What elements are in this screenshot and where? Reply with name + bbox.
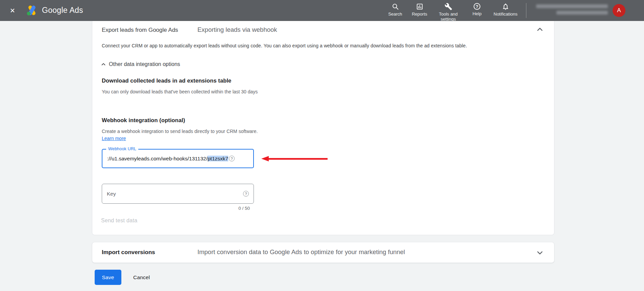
import-conversions-card[interactable]: Import conversions Import conversion dat… [92, 242, 554, 263]
wrench-icon [445, 3, 452, 10]
collapse-card-button[interactable] [535, 25, 545, 34]
chevron-up-icon [100, 61, 106, 67]
card-description: Connect your CRM or app to automatically… [102, 43, 467, 48]
cancel-button[interactable]: Cancel [128, 270, 154, 285]
webhook-url-field[interactable]: Webhook URL ://u1.savemyleads.com/web-ho… [102, 149, 254, 168]
webhook-heading: Webhook integration (optional) [102, 117, 185, 124]
nav-search[interactable]: Search [387, 3, 403, 22]
nav-notifications[interactable]: Notifications [494, 3, 518, 22]
reports-icon [416, 3, 424, 10]
nav-search-label: Search [388, 12, 402, 17]
brand-title: Google Ads [42, 6, 83, 15]
card-subtitle: Exporting leads via webhook [197, 26, 277, 33]
help-icon: ? [474, 3, 480, 10]
key-char-counter: 0 / 50 [102, 206, 254, 211]
top-bar: ✕ Google Ads Search [0, 0, 644, 21]
search-icon [391, 3, 399, 10]
nav-help-label: Help [473, 11, 482, 16]
nav-reports-label: Reports [412, 12, 427, 17]
close-icon: ✕ [10, 7, 15, 15]
brand: Google Ads [26, 4, 83, 17]
import-conversions-description: Import conversion data to Google Ads to … [197, 248, 405, 256]
webhook-url-value: ://u1.savemyleads.com/web-hooks/131132/p… [107, 156, 228, 162]
bell-icon [502, 3, 509, 10]
webhook-url-label: Webhook URL [106, 147, 138, 151]
red-annotation-arrow [261, 156, 328, 162]
avatar[interactable]: A [613, 4, 625, 17]
page: ✕ Google Ads Search [0, 0, 644, 291]
webhook-url-selected-text: pt1zsxk7 [208, 156, 228, 161]
close-button[interactable]: ✕ [7, 5, 18, 16]
export-leads-card: Export leads from Google Ads Exporting l… [92, 21, 554, 235]
nav-tools-and-settings[interactable]: Tools and settings [436, 3, 460, 22]
webhook-description: Create a webhook integration to send lea… [102, 128, 265, 142]
nav-notifications-label: Notifications [494, 12, 518, 17]
account-info-redacted [531, 4, 608, 15]
expand-import-conversions-button[interactable] [535, 248, 545, 258]
other-data-options-toggle[interactable]: Other data integration options [100, 61, 180, 67]
redacted-line [536, 4, 608, 8]
webhook-url-prefix: ://u1.savemyleads.com/web-hooks/131132/ [107, 156, 208, 161]
key-input[interactable] [107, 191, 242, 197]
nav-reports[interactable]: Reports [412, 3, 427, 22]
google-ads-logo-icon [26, 4, 38, 17]
topbar-divider [526, 3, 526, 18]
nav-help[interactable]: ? Help [469, 3, 485, 22]
other-data-options-label: Other data integration options [109, 61, 180, 67]
key-field: ? [102, 184, 254, 204]
avatar-letter: A [617, 7, 621, 14]
arrow-head [261, 156, 269, 161]
chevron-up-icon [535, 25, 545, 34]
webhook-description-text: Create a webhook integration to send lea… [102, 129, 258, 134]
save-button[interactable]: Save [95, 270, 121, 285]
redacted-line [556, 11, 608, 15]
learn-more-link[interactable]: Learn more [102, 136, 126, 141]
import-conversions-title: Import conversions [102, 249, 155, 256]
top-nav: Search Reports Tools and settings ? Help [387, 3, 518, 22]
key-help-icon[interactable]: ? [243, 191, 249, 197]
download-leads-note: You can only download leads that've been… [102, 88, 261, 95]
send-test-data-button[interactable]: Send test data [101, 218, 137, 224]
arrow-shaft [267, 158, 328, 160]
chevron-down-icon [535, 248, 545, 258]
page-title: Export leads from Google Ads [102, 27, 178, 33]
nav-tools-label: Tools and settings [436, 12, 460, 22]
download-leads-heading: Download collected leads in ad extension… [102, 77, 231, 84]
webhook-url-help-icon[interactable]: ? [229, 156, 235, 161]
